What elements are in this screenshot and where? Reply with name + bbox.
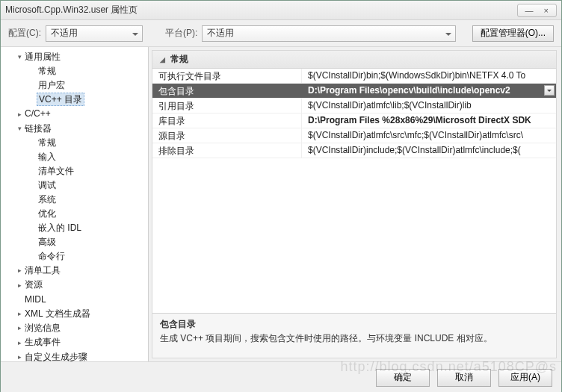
property-row[interactable]: 源目录$(VCInstallDir)atlmfc\src\mfc;$(VCIns…	[152, 128, 556, 143]
property-row[interactable]: 包含目录D:\Program Files\opencv\build\includ…	[152, 84, 556, 99]
property-key: 源目录	[152, 128, 302, 143]
tree-item[interactable]: 清单文件	[2, 164, 146, 178]
tree-item[interactable]: ▸XML 文档生成器	[2, 307, 146, 321]
tree-item-label: 常规	[37, 137, 58, 149]
description-title: 包含目录	[160, 318, 549, 331]
cancel-button[interactable]: 取消	[437, 369, 491, 387]
platform-label: 平台(P):	[165, 27, 197, 40]
window-buttons: — ×	[517, 4, 557, 17]
tree-item-label: 用户宏	[37, 79, 67, 91]
tree-item-label: 自定义生成步骤	[23, 351, 89, 361]
expand-icon[interactable]: ▸	[16, 321, 23, 335]
config-label: 配置(C):	[8, 27, 41, 40]
tree-item-label: 命令行	[37, 250, 67, 262]
tree-item-label: C/C++	[23, 108, 52, 119]
tree-item-label: 优化	[37, 208, 58, 220]
property-row[interactable]: 排除目录$(VCInstallDir)include;$(VCInstallDi…	[152, 143, 556, 158]
tree-item[interactable]: VC++ 目录	[2, 93, 146, 107]
property-key: 包含目录	[152, 84, 302, 98]
body: ▾通用属性常规用户宏VC++ 目录▸C/C++▾链接器常规输入清单文件调试系统优…	[1, 47, 561, 361]
tree-item[interactable]: 优化	[2, 207, 146, 221]
config-manager-button[interactable]: 配置管理器(O)...	[472, 25, 554, 42]
tree-item[interactable]: ▸资源	[2, 278, 146, 292]
tree-item-label: 资源	[23, 279, 44, 290]
tree-item[interactable]: MIDL	[2, 293, 146, 307]
tree-item-label: 输入	[37, 151, 58, 163]
property-page-window: Microsoft.Cpp.Win32.user 属性页 — × 配置(C): …	[0, 0, 562, 392]
tree-item[interactable]: ▸清单工具	[2, 264, 146, 278]
tree-item[interactable]: 高级	[2, 235, 146, 249]
property-row[interactable]: 库目录D:\Program Files %28x86%29\Microsoft …	[152, 113, 556, 128]
tree-item[interactable]: ▸生成事件	[2, 335, 146, 349]
tree-item-label: 系统	[37, 193, 58, 205]
tree-item[interactable]: 调试	[2, 178, 146, 193]
expand-icon[interactable]: ▸	[16, 264, 23, 278]
apply-button[interactable]: 应用(A)	[498, 369, 552, 387]
tree-item[interactable]: ▸自定义生成步骤	[2, 350, 146, 361]
property-value[interactable]: D:\Program Files\opencv\build\include\op…	[302, 84, 556, 98]
property-key: 引用目录	[152, 99, 302, 113]
expand-icon[interactable]: ▸	[16, 108, 23, 122]
description-panel: 包含目录 生成 VC++ 项目期间，搜索包含文件时使用的路径。与环境变量 INC…	[152, 313, 556, 358]
property-value[interactable]: D:\Program Files %28x86%29\Microsoft Dir…	[302, 113, 556, 128]
property-row[interactable]: 可执行文件目录$(VCInstallDir)bin;$(WindowsSdkDi…	[152, 69, 556, 84]
section-header: ◢ 常规	[152, 51, 556, 69]
tree-item[interactable]: 系统	[2, 193, 146, 207]
tree-item-label: XML 文档生成器	[23, 308, 92, 320]
tree-item-label: 通用属性	[23, 51, 62, 63]
platform-combo[interactable]: 不适用	[202, 25, 456, 42]
tree-item[interactable]: ▾链接器	[2, 122, 146, 136]
property-value[interactable]: $(VCInstallDir)atlmfc\lib;$(VCInstallDir…	[302, 99, 556, 113]
property-value[interactable]: $(VCInstallDir)atlmfc\src\mfc;$(VCInstal…	[302, 128, 556, 143]
ok-button[interactable]: 确定	[376, 369, 430, 387]
property-row[interactable]: 引用目录$(VCInstallDir)atlmfc\lib;$(VCInstal…	[152, 99, 556, 113]
tree-item-label: 常规	[37, 65, 58, 77]
property-panel: ◢ 常规 可执行文件目录$(VCInstallDir)bin;$(Windows…	[152, 50, 557, 358]
property-value[interactable]: $(VCInstallDir)bin;$(WindowsSdkDir)bin\N…	[302, 69, 556, 83]
property-key: 库目录	[152, 113, 302, 128]
titlebar: Microsoft.Cpp.Win32.user 属性页 — ×	[1, 1, 561, 20]
description-text: 生成 VC++ 项目期间，搜索包含文件时使用的路径。与环境变量 INCLUDE …	[160, 332, 549, 345]
tree-item-label: 清单工具	[23, 264, 62, 276]
tree-item-label: 生成事件	[23, 336, 62, 348]
dropdown-icon[interactable]	[544, 85, 555, 96]
expand-icon[interactable]: ▾	[16, 50, 23, 64]
tree-item-label: 嵌入的 IDL	[37, 222, 83, 234]
tree-item-label: 链接器	[23, 122, 53, 134]
tree-item-label: 清单文件	[37, 165, 75, 177]
tree-item[interactable]: 嵌入的 IDL	[2, 221, 146, 235]
property-key: 排除目录	[152, 143, 302, 158]
tree-item[interactable]: ▾通用属性	[2, 50, 146, 64]
tree-item[interactable]: 常规	[2, 136, 146, 150]
config-toolbar: 配置(C): 不适用 平台(P): 不适用 配置管理器(O)...	[1, 20, 561, 47]
expand-icon[interactable]: ▾	[16, 122, 23, 136]
tree-item[interactable]: 常规	[2, 64, 146, 78]
nav-tree[interactable]: ▾通用属性常规用户宏VC++ 目录▸C/C++▾链接器常规输入清单文件调试系统优…	[1, 47, 149, 361]
dialog-buttons: 确定 取消 应用(A)	[1, 361, 561, 392]
expand-icon[interactable]: ▸	[16, 350, 23, 361]
property-value[interactable]: $(VCInstallDir)include;$(VCInstallDir)at…	[302, 143, 556, 158]
section-title: 常规	[170, 53, 188, 66]
tree-item[interactable]: 用户宏	[2, 78, 146, 93]
property-key: 可执行文件目录	[152, 69, 302, 83]
tree-item[interactable]: ▸浏览信息	[2, 321, 146, 335]
minimize-button[interactable]: —	[525, 6, 534, 15]
tree-item-label: 调试	[37, 179, 58, 191]
tree-item-label: MIDL	[23, 293, 48, 305]
window-title: Microsoft.Cpp.Win32.user 属性页	[5, 4, 517, 16]
tree-item-label: 浏览信息	[23, 322, 62, 334]
config-combo[interactable]: 不适用	[46, 25, 143, 42]
tree-item[interactable]: ▸C/C++	[2, 107, 146, 121]
collapse-icon[interactable]: ◢	[158, 56, 166, 63]
tree-item-label: 高级	[37, 236, 58, 248]
expand-icon[interactable]: ▸	[16, 279, 23, 293]
close-button[interactable]: ×	[544, 6, 549, 15]
tree-item[interactable]: 命令行	[2, 249, 146, 264]
expand-icon[interactable]: ▸	[16, 336, 23, 350]
property-grid: 可执行文件目录$(VCInstallDir)bin;$(WindowsSdkDi…	[152, 69, 556, 313]
expand-icon[interactable]: ▸	[16, 307, 23, 321]
tree-item[interactable]: 输入	[2, 150, 146, 164]
tree-item-label: VC++ 目录	[37, 93, 84, 106]
